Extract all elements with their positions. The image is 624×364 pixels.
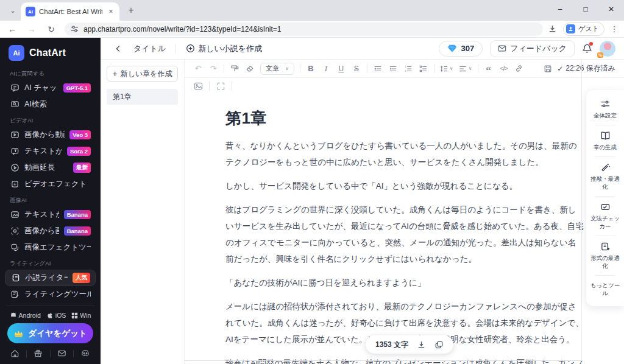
format-paint-icon[interactable]: [230, 63, 239, 75]
sliders-icon: [600, 99, 611, 109]
save-icon[interactable]: [544, 65, 552, 73]
sidebar-nav: AIに質問する AI チャット GPT-5.1 AI検索 ビデオAI 画像から動…: [0, 66, 101, 302]
minimize-button[interactable]: –: [547, 0, 573, 18]
blockquote-icon[interactable]: “: [484, 63, 494, 75]
platform-win[interactable]: Win: [71, 312, 91, 319]
text-to-video-icon: [10, 147, 20, 156]
save-status: ✓22:26 保存済み: [544, 63, 615, 74]
editor-scrollbar[interactable]: [581, 60, 582, 360]
sidebar-item-video-effects[interactable]: ビデオエフェクト: [5, 176, 96, 192]
tool-global-settings[interactable]: 全体設定: [589, 94, 622, 125]
sidebar-item-novel-writer[interactable]: 小説ライター 人気: [5, 270, 96, 286]
underline-button[interactable]: U: [336, 63, 346, 75]
sidebar-item-image-to-image[interactable]: 画像から画像 Banana: [5, 223, 96, 239]
browser-tab-strip: ⌄ Ai ChatArt: Best AI Writer, AI Cont × …: [0, 0, 624, 21]
reload-icon[interactable]: ↻: [44, 22, 58, 37]
tool-more-tools[interactable]: もっとツール: [589, 276, 622, 303]
char-count: 1353 文字: [375, 340, 408, 350]
redo-icon[interactable]: ↷: [208, 63, 218, 75]
copy-icon[interactable]: [434, 340, 444, 349]
paragraph: 昔々、なりかくんというブログをひたすら書いている一人の人がいました。その男は、最…: [225, 138, 584, 170]
doc-title[interactable]: タイトル: [133, 43, 166, 54]
sidebar-item-writing-tools[interactable]: ライティングツール: [5, 286, 96, 302]
sidebar-item-image-effect-tools[interactable]: 画像エフェクトツール: [5, 239, 96, 256]
mail-icon[interactable]: [57, 349, 66, 358]
bullet-list-icon[interactable]: [419, 63, 428, 75]
link-icon[interactable]: [514, 63, 524, 75]
notification-bell-icon[interactable]: [582, 43, 592, 54]
user-avatar[interactable]: %: [600, 41, 615, 57]
tool-format-optimize[interactable]: 形式の最適化: [589, 236, 622, 275]
download-icon[interactable]: [417, 340, 426, 349]
editor-hscrollbar: [185, 360, 582, 361]
sidebar-item-ai-search[interactable]: AI検索: [5, 96, 96, 113]
envelope-icon: [498, 44, 506, 52]
italic-button[interactable]: I: [321, 63, 331, 75]
feedback-button[interactable]: フィードバック: [490, 40, 575, 57]
new-tab-button[interactable]: +: [123, 2, 139, 18]
plus-circle-icon: [186, 44, 195, 53]
platform-ios[interactable]: iOS: [46, 312, 66, 319]
section-video-ai: ビデオAI: [5, 113, 96, 127]
align-dropdown[interactable]: ∨: [459, 63, 472, 75]
latest-badge: 最新: [73, 163, 91, 173]
platform-android[interactable]: Android: [10, 312, 41, 319]
indent-icon[interactable]: [388, 63, 398, 75]
sidebar-item-text-to-video[interactable]: テキストから... Sora 2: [5, 143, 96, 159]
undo-icon[interactable]: ↶: [193, 63, 203, 75]
brand[interactable]: Ai ChatArt: [0, 38, 101, 66]
close-button[interactable]: ✕: [598, 0, 624, 18]
browser-toolbar: ← → ↻ app.chatartpro.com/novel/write/?id…: [0, 21, 624, 38]
tool-chapter-generate[interactable]: 章の生成: [589, 125, 622, 156]
browser-menu-icon[interactable]: ⋮: [608, 24, 620, 33]
diamond-icon: [447, 44, 457, 53]
back-icon[interactable]: ←: [5, 22, 20, 37]
check-icon: ✓: [557, 65, 563, 73]
line-height-dropdown[interactable]: ∨: [440, 63, 453, 75]
tool-grammar-checker[interactable]: 文法チェッカー: [589, 197, 622, 236]
back-chevron-icon[interactable]: [114, 44, 122, 53]
tab-close-icon[interactable]: ×: [106, 7, 116, 16]
tool-refine-optimize[interactable]: 推敲・最適化: [589, 157, 622, 196]
url-bar[interactable]: app.chatartpro.com/novel/write/?id=123&t…: [65, 23, 543, 36]
code-icon[interactable]: </>: [499, 63, 509, 75]
new-chapter-button[interactable]: + 新しい章を作成: [107, 66, 178, 82]
veo-badge: Veo 3: [69, 130, 91, 139]
bold-button[interactable]: B: [306, 63, 316, 75]
image-to-video-icon: [10, 130, 20, 140]
chapter-list-item[interactable]: 第1章: [107, 89, 178, 105]
diamond-count-pill[interactable]: 307: [439, 41, 483, 57]
browser-tab[interactable]: Ai ChatArt: Best AI Writer, AI Cont ×: [21, 2, 119, 21]
get-diamonds-button[interactable]: ダイヤをゲット: [7, 323, 93, 343]
gift-icon[interactable]: [34, 349, 43, 358]
sidebar-item-video-extend[interactable]: 動画延長 最新: [5, 159, 96, 176]
profile-button[interactable]: ゲスト: [563, 23, 604, 36]
url-text[interactable]: app.chatartpro.com/novel/write/?id=123&t…: [83, 25, 282, 33]
new-novel-button[interactable]: 新しい小説を作成: [186, 43, 262, 54]
site-info-icon[interactable]: [71, 25, 79, 33]
sidebar-item-text-to-image[interactable]: テキストから... Banana: [5, 206, 96, 223]
notification-dot: [589, 42, 593, 46]
maximize-button[interactable]: □: [573, 0, 598, 18]
sidebar-item-image-to-video[interactable]: 画像から動画へ Veo 3: [5, 127, 96, 143]
guest-label: ゲスト: [578, 24, 599, 33]
ordered-list-icon[interactable]: 12: [403, 63, 413, 75]
outdent-icon[interactable]: [373, 63, 383, 75]
text-style-dropdown[interactable]: 文章 ∨: [260, 63, 294, 75]
word-count-bar: 1353 文字: [366, 335, 453, 354]
sidebar-item-ai-chat[interactable]: AI チャット GPT-5.1: [5, 80, 96, 96]
editor-body[interactable]: 第1章 昔々、なりかくんというブログをひたすら書いている一人の人がいました。その…: [185, 94, 587, 364]
fullscreen-icon[interactable]: [216, 80, 225, 93]
insert-image-icon[interactable]: [193, 80, 203, 93]
section-image-ai: 画像AI: [5, 192, 96, 206]
tab-search-button[interactable]: ⌄: [5, 2, 21, 18]
home-icon[interactable]: [10, 349, 20, 358]
window-controls: – □ ✕: [547, 0, 624, 18]
discord-icon[interactable]: [80, 349, 90, 358]
format-doc-icon: [600, 242, 611, 251]
download-icon[interactable]: [548, 24, 557, 33]
eraser-icon[interactable]: [245, 63, 255, 75]
video-effect-icon: [10, 180, 20, 189]
forward-icon[interactable]: →: [24, 22, 39, 37]
strikethrough-button[interactable]: S: [352, 63, 361, 75]
